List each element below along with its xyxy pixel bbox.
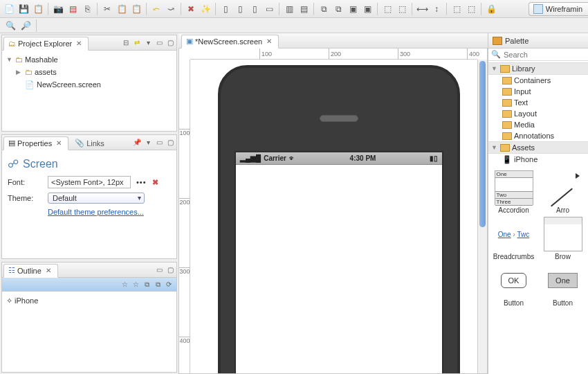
ruler-tick: 100 [259, 48, 272, 60]
palette-item-accordion[interactable]: One Two Three Accordion [490, 170, 538, 214]
outline-item-iphone[interactable]: iPhone [15, 294, 38, 307]
folder-icon [502, 110, 512, 118]
refresh-icon[interactable]: ⟳ [164, 280, 174, 290]
highlight-icon[interactable]: ✨ [199, 3, 212, 15]
search-input[interactable] [504, 51, 585, 59]
phone-status-bar: ▂▄▆█ Carrier ᯤ 4:30 PM ▮▯ [236, 152, 442, 165]
align-left-icon[interactable]: ▯ [219, 3, 232, 15]
back-icon[interactable]: ▣ [361, 3, 374, 15]
front-icon[interactable]: ▣ [347, 3, 359, 15]
sort-icon[interactable]: ☆ [131, 280, 140, 290]
editor-tab[interactable]: ▣ *NewScreen.screen ✕ [181, 35, 279, 48]
copy-icon[interactable]: 📋 [32, 3, 44, 15]
perspective-tab[interactable]: Wireframin [529, 2, 588, 16]
outline-icon: ☷ [8, 266, 15, 275]
asset-iphone[interactable]: 📱iPhone [488, 154, 588, 165]
library-category[interactable]: ▼Library [488, 62, 588, 75]
align-center-icon[interactable]: ▯ [234, 3, 246, 15]
project-explorer-panel: 🗂 Project Explorer ✕ ⊟ ⇄ ▾ ▭ ▢ ▼🗀Mashabl… [1, 35, 177, 132]
category-annotations[interactable]: Annotations [488, 130, 588, 141]
outline-tab[interactable]: ☷ Outline ✕ [3, 264, 58, 278]
new-icon[interactable]: 📄 [3, 3, 15, 15]
battery-icon: ▮▯ [430, 154, 438, 162]
theme-select[interactable]: Default [48, 193, 145, 204]
category-containers[interactable]: Containers [488, 75, 588, 86]
category-text[interactable]: Text [488, 97, 588, 108]
properties-tab[interactable]: ▤ Properties ✕ [3, 136, 68, 150]
canvas-vertical-scrollbar[interactable] [477, 60, 487, 373]
menu-icon[interactable]: ▾ [143, 138, 153, 148]
save-icon[interactable]: 💾 [17, 3, 30, 15]
assets-category[interactable]: ▼Assets [488, 141, 588, 154]
design-canvas[interactable]: ▂▄▆█ Carrier ᯤ 4:30 PM ▮▯ [190, 60, 477, 373]
redo-icon[interactable]: ⤻ [165, 3, 177, 15]
menu-icon[interactable]: ▾ [143, 38, 153, 48]
more-icon[interactable]: ••• [136, 178, 147, 186]
distribute-v-icon[interactable]: ▤ [297, 3, 310, 15]
category-input[interactable]: Input [488, 86, 588, 97]
distribute-h-icon[interactable]: ▥ [283, 3, 295, 15]
maximize-icon[interactable]: ▢ [165, 38, 175, 48]
ungroup-icon[interactable]: ⧉ [332, 3, 344, 15]
ungroup-icon[interactable]: ⧉ [153, 280, 163, 290]
undo-icon[interactable]: ⤺ [150, 3, 163, 15]
category-layout[interactable]: Layout [488, 108, 588, 119]
link-editor-icon[interactable]: ⇄ [132, 38, 142, 48]
screen-file[interactable]: NewScreen.screen [37, 78, 101, 91]
align-right-icon[interactable]: ▯ [248, 3, 261, 15]
fit-icon[interactable]: ⬚ [450, 3, 463, 15]
scrollbar-thumb[interactable] [479, 61, 486, 227]
assets-folder[interactable]: assets [35, 66, 57, 78]
align-top-icon[interactable]: ▭ [263, 3, 275, 15]
palette-item-arrow[interactable]: Arro [539, 170, 587, 214]
project-explorer-tab[interactable]: 🗂 Project Explorer ✕ [3, 37, 89, 51]
delete-icon[interactable]: ✖ [185, 3, 197, 15]
clear-font-icon[interactable]: ✖ [152, 178, 158, 187]
maximize-icon[interactable]: ▢ [165, 138, 175, 148]
close-icon[interactable]: ✕ [44, 266, 53, 276]
font-value-field[interactable]: <System Font>, 12px [48, 176, 131, 188]
zoom-out-icon[interactable]: 🔎 [19, 19, 32, 32]
size-v-icon[interactable]: ↕ [430, 3, 443, 15]
palette-item-button[interactable]: OK Button [490, 263, 538, 307]
disclosure-open-icon[interactable]: ▼ [6, 53, 13, 66]
category-media[interactable]: Media [488, 119, 588, 130]
pin-icon[interactable]: 📌 [132, 138, 142, 148]
minimize-icon[interactable]: ▭ [154, 138, 164, 148]
paste-icon[interactable]: 📋 [116, 3, 128, 15]
group-icon[interactable]: ⧉ [142, 280, 151, 290]
palette-search[interactable]: 🔍 [488, 48, 588, 61]
size-h-icon[interactable]: ⟷ [416, 3, 428, 15]
iphone-widget[interactable]: ▂▄▆█ Carrier ᯤ 4:30 PM ▮▯ [218, 65, 460, 374]
filter-icon[interactable]: ☆ [120, 280, 129, 290]
outline-tree[interactable]: ✧iPhone [2, 292, 176, 310]
maximize-icon[interactable]: ▢ [165, 265, 175, 275]
close-icon[interactable]: ✕ [74, 39, 84, 48]
camera-icon[interactable]: 📷 [52, 3, 64, 15]
layer-icon[interactable]: ⬚ [465, 3, 477, 15]
send-back-icon[interactable]: ⬚ [381, 3, 394, 15]
links-tab[interactable]: 📎 Links [70, 136, 109, 150]
folder-icon [500, 65, 510, 73]
disclosure-closed-icon[interactable]: ▶ [16, 66, 23, 78]
cut-icon[interactable]: ✂ [101, 3, 113, 15]
palette-item-browser[interactable]: Brow [539, 217, 587, 260]
project-tree[interactable]: ▼🗀Mashable ▶🗀assets 📄NewScreen.screen [2, 51, 176, 93]
export-icon[interactable]: ⎘ [81, 3, 93, 15]
buttonbar-thumb: One [544, 263, 582, 298]
group-icon[interactable]: ⧉ [318, 3, 330, 15]
pdf-icon[interactable]: ▤ [66, 3, 79, 15]
zoom-in-icon[interactable]: 🔍 [4, 19, 17, 32]
close-icon[interactable]: ✕ [264, 37, 274, 46]
lock-icon[interactable]: 🔒 [485, 3, 497, 15]
project-root[interactable]: Mashable [25, 53, 58, 66]
minimize-icon[interactable]: ▭ [154, 265, 164, 275]
palette-item-buttonbar[interactable]: One Button [539, 263, 587, 307]
collapse-icon[interactable]: ⊟ [121, 38, 131, 48]
theme-preferences-link[interactable]: Default theme preferences... [48, 208, 144, 216]
close-icon[interactable]: ✕ [54, 139, 64, 148]
bring-front-icon[interactable]: ⬚ [396, 3, 408, 15]
palette-item-breadcrumbs[interactable]: One › Twc Breadcrumbs [490, 217, 538, 260]
minimize-icon[interactable]: ▭ [154, 38, 164, 48]
clipboard-icon[interactable]: 📋 [130, 3, 143, 15]
